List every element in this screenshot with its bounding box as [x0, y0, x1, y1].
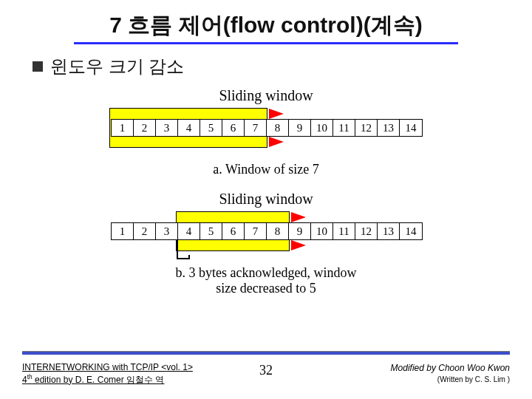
- cell: 1: [112, 223, 134, 239]
- cell: 10: [311, 120, 333, 136]
- cell: 4: [178, 223, 200, 239]
- cell: 11: [333, 120, 355, 136]
- footer-written-by: (Written by C. S. Lim ): [437, 375, 510, 383]
- figure-container: Sliding window 1234567891011121314 a. Wi…: [0, 78, 532, 296]
- cell: 14: [400, 120, 422, 136]
- cell-row-a: 1234567891011121314: [111, 119, 423, 137]
- cell-row-b: 1234567891011121314: [111, 222, 423, 240]
- cell: 6: [222, 120, 245, 136]
- arrow-right-icon: [291, 240, 306, 250]
- footer-edition-number: 4: [22, 375, 27, 385]
- footer-edition-suffix: th: [27, 373, 33, 381]
- cell: 8: [267, 120, 289, 136]
- window-label-a: Sliding window: [219, 87, 313, 104]
- cell: 14: [400, 223, 422, 239]
- cell: 13: [378, 120, 400, 136]
- page-title: 7 흐름 제어(flow control)(계속): [74, 0, 458, 44]
- cell: 1: [112, 120, 134, 136]
- cell: 3: [156, 223, 178, 239]
- cell: 8: [267, 223, 289, 239]
- footer-right: Modified by Choon Woo Kwon (Written by C…: [391, 363, 510, 386]
- footer-source-edition: 4th edition by D. E. Comer 임철수 역: [22, 375, 164, 385]
- cell: 3: [156, 120, 178, 136]
- cell: 12: [355, 120, 378, 136]
- caption-b: b. 3 bytes acknowledged, window size dec…: [176, 265, 357, 296]
- cell: 11: [333, 223, 355, 239]
- cell: 6: [222, 223, 245, 239]
- page-number: 32: [259, 363, 273, 378]
- cell: 10: [311, 223, 333, 239]
- cell: 7: [245, 120, 267, 136]
- bullet-item: 윈도우 크기 감소: [33, 55, 532, 78]
- cell: 9: [289, 120, 311, 136]
- cell: 13: [378, 223, 400, 239]
- sliding-window-b: 1234567891011121314: [111, 211, 421, 262]
- footer: INTERNETWORKING with TCP/IP <vol. 1> 4th…: [22, 361, 510, 386]
- bullet-text: 윈도우 크기 감소: [50, 55, 184, 78]
- footer-source-title: INTERNETWORKING with TCP/IP <vol. 1>: [22, 362, 193, 372]
- arrow-right-icon: [291, 212, 306, 222]
- cell: 12: [355, 223, 378, 239]
- arrow-right-icon: [269, 109, 284, 119]
- caption-b-l1: b. 3 bytes acknowledged, window: [176, 265, 357, 280]
- footer-modified-by: Modified by Choon Woo Kwon: [391, 363, 510, 373]
- caption-a: a. Window of size 7: [213, 162, 318, 177]
- footer-left: INTERNETWORKING with TCP/IP <vol. 1> 4th…: [22, 361, 193, 386]
- cell: 2: [134, 120, 156, 136]
- footer-divider: [22, 351, 510, 355]
- cell: 4: [178, 120, 200, 136]
- caption-b-l2: size decreased to 5: [216, 281, 316, 296]
- bullet-square-icon: [33, 61, 43, 72]
- window-label-b: Sliding window: [219, 191, 313, 208]
- cell: 2: [134, 223, 156, 239]
- footer-edition-rest: edition by D. E. Comer 임철수 역: [33, 375, 165, 385]
- ack-marker-vertical: [177, 240, 178, 259]
- cell: 9: [289, 223, 311, 239]
- arrow-right-icon: [269, 137, 284, 147]
- sliding-window-a: 1234567891011121314: [111, 107, 421, 159]
- cell: 5: [200, 223, 222, 239]
- ack-marker-tip: [188, 255, 190, 259]
- cell: 5: [200, 120, 222, 136]
- cell: 7: [245, 223, 267, 239]
